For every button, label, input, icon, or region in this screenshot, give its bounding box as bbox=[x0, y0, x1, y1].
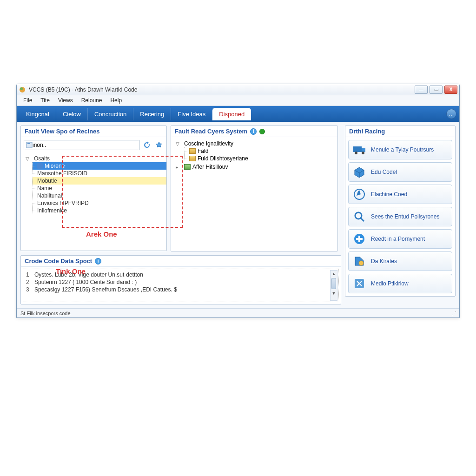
svg-rect-5 bbox=[362, 148, 365, 152]
tab-five-ideas[interactable]: Five Ideas bbox=[171, 108, 212, 120]
menu-tite[interactable]: Tite bbox=[37, 96, 53, 105]
titlebar: VCCS (B5 (19C) - Aths Drawh Wiartld Code… bbox=[17, 84, 459, 95]
log-panel-header: Crode Code Data Spoct i bbox=[21, 256, 341, 267]
tree-node[interactable]: Envioics FIPFVRIPD bbox=[33, 199, 166, 207]
maximize-button[interactable]: ▭ bbox=[430, 86, 443, 94]
document-icon bbox=[189, 156, 196, 161]
side-btn-label: Edu Codel bbox=[371, 169, 397, 175]
mid-panel-title: Fault Read Cyers System bbox=[175, 128, 247, 135]
log-row: 2 Sputenrn 1227 ( 1000 Cente Sor danid :… bbox=[26, 278, 327, 286]
svg-point-14 bbox=[359, 261, 364, 265]
search-box[interactable] bbox=[24, 140, 139, 150]
tab-kingcnal[interactable]: Kingcnal bbox=[20, 108, 56, 120]
side-btn-elachine[interactable]: Elachine Coed bbox=[348, 185, 452, 204]
menu-reloune[interactable]: Reloune bbox=[78, 96, 106, 105]
left-tree: ▽ Osaits Miorene Mansothe FIRI bbox=[21, 153, 166, 251]
tabbar-chevron-button[interactable]: … bbox=[446, 109, 456, 119]
refresh-icon[interactable] bbox=[142, 140, 152, 150]
tree-node[interactable]: Mansothe FIRISOID bbox=[33, 170, 166, 177]
expand-icon[interactable]: ▸ bbox=[176, 165, 180, 170]
side-btn-menule[interactable]: Menule a Tylay Poutrsurs bbox=[348, 140, 452, 159]
log-body: Tink One 1 Oystes. Lube 2b, Vige douter … bbox=[23, 269, 339, 302]
search-input[interactable] bbox=[33, 142, 137, 148]
scroll-down-icon[interactable]: ▼ bbox=[331, 290, 337, 297]
mid-sibling-node[interactable]: ▸ Affer Hitsillouv bbox=[174, 163, 335, 171]
left-search-row bbox=[21, 137, 166, 153]
log-line-number: 3 bbox=[26, 286, 32, 293]
side-btn-edu-codel[interactable]: Edu Codel bbox=[348, 162, 452, 182]
collapse-icon[interactable]: ▽ bbox=[26, 156, 30, 161]
mid-root-label: Coscine Ignailtievity bbox=[184, 140, 233, 147]
mid-tree-node[interactable]: Fuld Dlishtosyeriane bbox=[185, 155, 335, 162]
tree-node-label: Inllofmenice bbox=[37, 207, 67, 214]
tab-disponed[interactable]: Disponed bbox=[212, 108, 251, 120]
compass-icon bbox=[352, 188, 366, 201]
annotation-tink-one: Tink One bbox=[56, 267, 86, 275]
svg-line-10 bbox=[361, 218, 364, 221]
log-panel: Crode Code Data Spoct i Tink One 1 Oyste… bbox=[20, 255, 341, 304]
tree-node[interactable]: Inllofmenice bbox=[33, 207, 166, 214]
vertical-scrollbar[interactable]: ▲ ▼ bbox=[330, 270, 337, 301]
side-btn-label: Da Kirates bbox=[371, 258, 397, 264]
right-panel-title: Drthi Racing bbox=[349, 128, 385, 135]
side-btn-reedt[interactable]: Reedt in a Pornyment bbox=[348, 229, 452, 249]
scroll-up-icon[interactable]: ▲ bbox=[331, 271, 337, 277]
kite-icon bbox=[352, 255, 366, 268]
module-icon bbox=[184, 164, 191, 170]
tree-node[interactable]: Mobutle bbox=[33, 177, 166, 185]
menu-views[interactable]: Views bbox=[54, 96, 77, 105]
tree-node[interactable]: Miorene bbox=[33, 162, 166, 170]
info-icon[interactable]: i bbox=[250, 128, 257, 135]
left-panel-title: Fault View Spo of Recines bbox=[25, 128, 100, 135]
tab-concruction[interactable]: Concruction bbox=[88, 108, 133, 120]
plus-circle-icon bbox=[352, 232, 366, 245]
collapse-icon[interactable]: ▽ bbox=[176, 141, 180, 146]
document-icon bbox=[189, 148, 196, 154]
close-button[interactable]: X bbox=[444, 86, 457, 94]
side-btn-label: Menule a Tylay Poutrsurs bbox=[371, 146, 434, 153]
record-icon[interactable] bbox=[259, 129, 265, 134]
resize-grip-icon[interactable]: ⋰ bbox=[452, 311, 456, 316]
tree-node-label: Mansothe FIRISOID bbox=[37, 170, 87, 177]
side-btn-medio[interactable]: Medio Ptiklrlow bbox=[348, 274, 452, 293]
minimize-button[interactable]: — bbox=[415, 86, 428, 94]
info-icon[interactable]: i bbox=[95, 258, 101, 264]
tree-node[interactable]: Name bbox=[33, 185, 166, 192]
tab-cielow[interactable]: Cielow bbox=[56, 108, 88, 120]
left-panel-header: Fault View Spo of Recines bbox=[21, 126, 166, 137]
chevron-right-icon: … bbox=[449, 111, 454, 117]
menu-help[interactable]: Help bbox=[106, 96, 126, 105]
mid-root-node[interactable]: ▽ Coscine Ignailtievity bbox=[174, 140, 335, 147]
log-row: 3 Specasigy 1227 F156) Senefrum Dscaues … bbox=[26, 286, 327, 293]
mid-tree: ▽ Coscine Ignailtievity Fald bbox=[171, 137, 337, 251]
menu-file[interactable]: File bbox=[20, 96, 36, 105]
tree-node-label: Name bbox=[37, 185, 52, 192]
svg-rect-13 bbox=[356, 238, 363, 240]
log-line-number: 1 bbox=[26, 271, 32, 278]
side-btn-sees[interactable]: Sees the Entud Polisyrones bbox=[348, 207, 452, 226]
svg-rect-3 bbox=[27, 143, 30, 144]
app-icon bbox=[19, 86, 26, 93]
svg-point-9 bbox=[355, 212, 362, 219]
mid-panel: Fault Read Cyers System i ▽ Coscine Igna… bbox=[171, 126, 338, 251]
annotation-arek-one: Arek One bbox=[86, 230, 117, 238]
log-line-number: 2 bbox=[26, 279, 32, 285]
mid-panel-header: Fault Read Cyers System i bbox=[171, 126, 337, 137]
app-window: VCCS (B5 (19C) - Aths Drawh Wiartld Code… bbox=[16, 84, 460, 318]
tab-recering[interactable]: Recering bbox=[133, 108, 171, 120]
mid-node-label: Fuld Dlishtosyeriane bbox=[198, 155, 248, 162]
tools-icon bbox=[352, 277, 366, 290]
side-btn-label: Sees the Entud Polisyrones bbox=[371, 213, 439, 220]
tree-root-node[interactable]: ▽ Osaits bbox=[24, 155, 166, 162]
log-line-text: Sputenrn 1227 ( 1000 Cente Sor danid : ) bbox=[34, 279, 137, 285]
mid-tree-node[interactable]: Fald bbox=[185, 147, 335, 155]
star-icon[interactable] bbox=[154, 140, 164, 150]
tree-node[interactable]: Nablitunal bbox=[33, 192, 166, 199]
log-line-text: Oystes. Lube 2b, Vige douter Un.sut-dett… bbox=[34, 271, 143, 278]
window-controls: — ▭ X bbox=[415, 86, 457, 94]
log-panel-title: Crode Code Data Spoct bbox=[25, 258, 92, 264]
scroll-thumb[interactable] bbox=[331, 278, 336, 289]
mid-sibling-label: Affer Hitsillouv bbox=[192, 164, 228, 170]
status-text: St Filk insecpors code bbox=[20, 311, 71, 316]
side-btn-kirates[interactable]: Da Kirates bbox=[348, 251, 452, 271]
